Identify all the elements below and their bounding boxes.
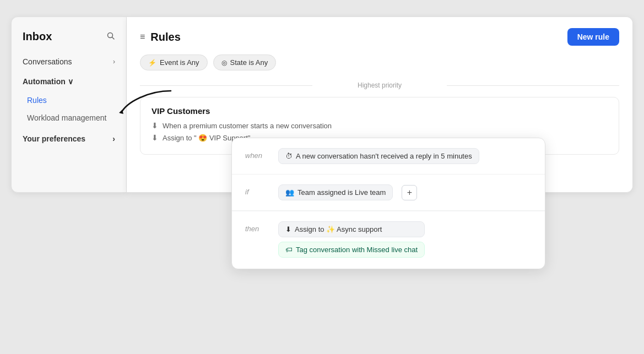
state-icon: ◎ bbox=[221, 59, 227, 67]
if-section: if 👥 Team assigned is Live team + bbox=[232, 175, 545, 211]
state-filter-label: State is Any bbox=[230, 58, 268, 67]
automation-chevron: ∨ bbox=[68, 77, 73, 86]
if-condition-chip[interactable]: 👥 Team assigned is Live team bbox=[278, 184, 393, 200]
when-condition-text: A new conversation hasn't received a rep… bbox=[296, 152, 472, 160]
sidebar-item-conversations[interactable]: Conversations › bbox=[12, 52, 126, 72]
then-section: then ⬇ Assign to ✨ Async support 🏷 Tag c… bbox=[232, 211, 545, 269]
then-chips: ⬇ Assign to ✨ Async support 🏷 Tag conver… bbox=[278, 221, 425, 258]
then-label: then bbox=[245, 221, 269, 233]
then-action-chip-1[interactable]: ⬇ Assign to ✨ Async support bbox=[278, 221, 425, 237]
sidebar-item-preferences[interactable]: Your preferences › bbox=[12, 129, 126, 149]
then-action-chip-2[interactable]: 🏷 Tag conversation with Missed live chat bbox=[278, 242, 425, 258]
rule-detail-card: when ⏱ A new conversation hasn't receive… bbox=[231, 138, 545, 269]
new-rule-button[interactable]: New rule bbox=[567, 28, 619, 46]
clock-icon: ⏱ bbox=[285, 152, 293, 160]
sidebar-item-rules[interactable]: Rules bbox=[12, 91, 126, 109]
when-label: when bbox=[245, 148, 269, 160]
if-condition-text: Team assigned is Live team bbox=[297, 188, 386, 197]
when-condition-chip[interactable]: ⏱ A new conversation hasn't received a r… bbox=[278, 148, 479, 164]
then-action-text-2: Tag conversation with Missed live chat bbox=[296, 246, 418, 254]
add-condition-button[interactable]: + bbox=[402, 185, 417, 200]
when-section: when ⏱ A new conversation hasn't receive… bbox=[232, 138, 545, 175]
rule-card-title: VIP Customers bbox=[151, 106, 608, 116]
priority-label: Highest priority bbox=[140, 81, 619, 89]
rule-line-icon-1: ⬇ bbox=[151, 121, 158, 130]
then-action-text-1: Assign to ✨ Async support bbox=[295, 225, 382, 233]
rules-label: Rules bbox=[27, 96, 47, 105]
filter-chip-event[interactable]: ⚡ Event is Any bbox=[140, 55, 208, 70]
preferences-label: Your preferences bbox=[23, 134, 85, 143]
sidebar: Inbox Conversations › Automation ∨ Rules bbox=[11, 17, 127, 193]
page-container: Inbox Conversations › Automation ∨ Rules bbox=[0, 0, 644, 354]
hamburger-icon: ≡ bbox=[140, 32, 145, 42]
workload-label: Workload management bbox=[27, 113, 106, 122]
event-icon: ⚡ bbox=[148, 59, 156, 67]
rule-line-1: ⬇ When a premium customer starts a new c… bbox=[151, 121, 608, 130]
svg-line-1 bbox=[112, 37, 115, 39]
rule-line-icon-2: ⬇ bbox=[151, 133, 158, 142]
sidebar-nav: Conversations › Automation ∨ Rules Workl… bbox=[12, 52, 126, 149]
conversations-chevron: › bbox=[113, 58, 115, 66]
sidebar-header: Inbox bbox=[12, 28, 126, 52]
conversations-label: Conversations bbox=[23, 57, 72, 66]
filter-chip-state[interactable]: ◎ State is Any bbox=[213, 55, 277, 70]
rule-line-text-1: When a premium customer starts a new con… bbox=[163, 122, 332, 130]
team-icon: 👥 bbox=[285, 188, 294, 197]
automation-label: Automation bbox=[23, 77, 66, 86]
search-icon[interactable] bbox=[106, 31, 115, 42]
main-header: ≡ Rules New rule bbox=[140, 28, 619, 46]
sidebar-title: Inbox bbox=[23, 30, 52, 43]
assign-icon: ⬇ bbox=[285, 225, 291, 233]
title-group: ≡ Rules bbox=[140, 31, 181, 43]
sidebar-item-workload[interactable]: Workload management bbox=[12, 109, 126, 127]
sidebar-item-automation[interactable]: Automation ∨ bbox=[12, 72, 126, 91]
preferences-chevron: › bbox=[112, 134, 115, 143]
tag-icon: 🏷 bbox=[285, 246, 293, 254]
event-filter-label: Event is Any bbox=[160, 58, 199, 67]
filter-row: ⚡ Event is Any ◎ State is Any bbox=[140, 55, 619, 70]
page-title: Rules bbox=[150, 31, 180, 43]
if-label: if bbox=[245, 184, 269, 196]
